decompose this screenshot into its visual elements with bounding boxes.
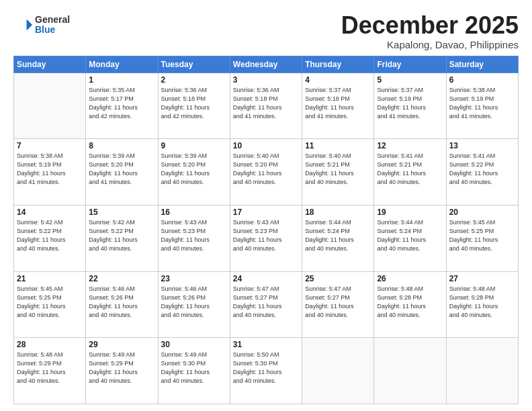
day-number: 14 xyxy=(17,208,83,217)
day-info: Sunrise: 5:37 AMSunset: 5:19 PMDaylight:… xyxy=(377,86,443,121)
day-number: 3 xyxy=(233,75,299,85)
calendar-cell: 24Sunrise: 5:47 AMSunset: 5:27 PMDayligh… xyxy=(230,271,302,338)
day-info: Sunrise: 5:38 AMSunset: 5:19 PMDaylight:… xyxy=(449,86,515,121)
day-number: 22 xyxy=(89,274,154,283)
calendar-cell xyxy=(374,338,446,404)
day-number: 7 xyxy=(17,141,83,150)
weekday-header-wednesday: Wednesday xyxy=(230,56,302,73)
day-number: 10 xyxy=(233,141,299,150)
calendar-week-2: 14Sunrise: 5:42 AMSunset: 5:22 PMDayligh… xyxy=(14,205,519,271)
day-info: Sunrise: 5:38 AMSunset: 5:19 PMDaylight:… xyxy=(17,152,83,187)
day-info: Sunrise: 5:49 AMSunset: 5:29 PMDaylight:… xyxy=(89,351,154,385)
location-subtitle: Kapalong, Davao, Philippines xyxy=(341,39,519,50)
calendar-week-0: 1Sunrise: 5:35 AMSunset: 5:17 PMDaylight… xyxy=(14,73,519,139)
day-info: Sunrise: 5:50 AMSunset: 5:30 PMDaylight:… xyxy=(233,351,299,385)
day-number: 1 xyxy=(89,75,154,85)
calendar-cell: 5Sunrise: 5:37 AMSunset: 5:19 PMDaylight… xyxy=(374,73,446,139)
calendar-week-4: 28Sunrise: 5:48 AMSunset: 5:29 PMDayligh… xyxy=(14,338,519,404)
calendar-cell: 28Sunrise: 5:48 AMSunset: 5:29 PMDayligh… xyxy=(14,338,86,404)
day-info: Sunrise: 5:44 AMSunset: 5:24 PMDaylight:… xyxy=(305,218,371,253)
day-number: 17 xyxy=(233,208,299,217)
calendar-cell: 21Sunrise: 5:45 AMSunset: 5:25 PMDayligh… xyxy=(14,271,86,338)
calendar-cell: 3Sunrise: 5:36 AMSunset: 5:18 PMDaylight… xyxy=(230,73,302,139)
day-info: Sunrise: 5:45 AMSunset: 5:25 PMDaylight:… xyxy=(449,218,515,253)
calendar-cell: 2Sunrise: 5:36 AMSunset: 5:18 PMDaylight… xyxy=(158,73,230,139)
day-info: Sunrise: 5:39 AMSunset: 5:20 PMDaylight:… xyxy=(89,152,154,187)
day-info: Sunrise: 5:47 AMSunset: 5:27 PMDaylight:… xyxy=(305,285,371,320)
day-number: 6 xyxy=(449,75,515,85)
calendar-cell: 11Sunrise: 5:40 AMSunset: 5:21 PMDayligh… xyxy=(302,139,374,205)
day-number: 20 xyxy=(449,208,515,217)
day-info: Sunrise: 5:45 AMSunset: 5:25 PMDaylight:… xyxy=(17,285,83,320)
calendar-cell: 31Sunrise: 5:50 AMSunset: 5:30 PMDayligh… xyxy=(230,338,302,404)
day-number: 30 xyxy=(161,340,227,349)
calendar-cell: 22Sunrise: 5:46 AMSunset: 5:26 PMDayligh… xyxy=(86,271,158,338)
calendar-cell xyxy=(446,338,518,404)
day-number: 28 xyxy=(17,340,83,349)
weekday-header-monday: Monday xyxy=(86,56,158,73)
title-block: December 2025 Kapalong, Davao, Philippin… xyxy=(341,12,519,50)
calendar-cell: 16Sunrise: 5:43 AMSunset: 5:23 PMDayligh… xyxy=(158,205,230,271)
calendar-header: SundayMondayTuesdayWednesdayThursdayFrid… xyxy=(14,56,519,73)
day-info: Sunrise: 5:41 AMSunset: 5:22 PMDaylight:… xyxy=(449,152,515,187)
calendar-cell: 19Sunrise: 5:44 AMSunset: 5:24 PMDayligh… xyxy=(374,205,446,271)
day-number: 16 xyxy=(161,208,227,217)
calendar-cell: 30Sunrise: 5:49 AMSunset: 5:30 PMDayligh… xyxy=(158,338,230,404)
day-info: Sunrise: 5:43 AMSunset: 5:23 PMDaylight:… xyxy=(161,218,227,253)
day-info: Sunrise: 5:43 AMSunset: 5:23 PMDaylight:… xyxy=(233,218,299,253)
day-info: Sunrise: 5:41 AMSunset: 5:21 PMDaylight:… xyxy=(377,152,443,187)
calendar-cell: 10Sunrise: 5:40 AMSunset: 5:20 PMDayligh… xyxy=(230,139,302,205)
calendar-cell: 27Sunrise: 5:48 AMSunset: 5:28 PMDayligh… xyxy=(446,271,518,338)
day-number: 15 xyxy=(89,208,154,217)
day-info: Sunrise: 5:48 AMSunset: 5:28 PMDaylight:… xyxy=(377,285,443,320)
day-info: Sunrise: 5:46 AMSunset: 5:26 PMDaylight:… xyxy=(89,285,154,320)
calendar-cell: 9Sunrise: 5:39 AMSunset: 5:20 PMDaylight… xyxy=(158,139,230,205)
day-number: 12 xyxy=(377,141,443,150)
day-number: 18 xyxy=(305,208,371,217)
day-number: 13 xyxy=(449,141,515,150)
calendar-cell xyxy=(14,73,86,139)
logo-text: General Blue xyxy=(35,15,70,36)
page: General Blue December 2025 Kapalong, Dav… xyxy=(0,0,532,411)
calendar-week-3: 21Sunrise: 5:45 AMSunset: 5:25 PMDayligh… xyxy=(14,271,519,338)
day-number: 11 xyxy=(305,141,371,150)
day-info: Sunrise: 5:48 AMSunset: 5:29 PMDaylight:… xyxy=(17,351,83,385)
day-info: Sunrise: 5:36 AMSunset: 5:18 PMDaylight:… xyxy=(233,86,299,121)
day-number: 2 xyxy=(161,75,227,85)
calendar-table: SundayMondayTuesdayWednesdayThursdayFrid… xyxy=(13,56,519,404)
calendar-cell: 18Sunrise: 5:44 AMSunset: 5:24 PMDayligh… xyxy=(302,205,374,271)
header: General Blue December 2025 Kapalong, Dav… xyxy=(13,12,519,50)
weekday-header-friday: Friday xyxy=(374,56,446,73)
day-number: 4 xyxy=(305,75,371,85)
logo-icon xyxy=(13,15,32,34)
calendar-cell: 8Sunrise: 5:39 AMSunset: 5:20 PMDaylight… xyxy=(86,139,158,205)
day-info: Sunrise: 5:40 AMSunset: 5:20 PMDaylight:… xyxy=(233,152,299,187)
weekday-header-tuesday: Tuesday xyxy=(158,56,230,73)
day-number: 8 xyxy=(89,141,154,150)
day-info: Sunrise: 5:46 AMSunset: 5:26 PMDaylight:… xyxy=(161,285,227,320)
calendar-cell: 23Sunrise: 5:46 AMSunset: 5:26 PMDayligh… xyxy=(158,271,230,338)
calendar-cell: 25Sunrise: 5:47 AMSunset: 5:27 PMDayligh… xyxy=(302,271,374,338)
day-info: Sunrise: 5:40 AMSunset: 5:21 PMDaylight:… xyxy=(305,152,371,187)
weekday-header-saturday: Saturday xyxy=(446,56,518,73)
day-number: 29 xyxy=(89,340,154,349)
logo-blue: Blue xyxy=(35,25,70,35)
day-number: 23 xyxy=(161,274,227,283)
day-number: 31 xyxy=(233,340,299,349)
calendar-cell: 13Sunrise: 5:41 AMSunset: 5:22 PMDayligh… xyxy=(446,139,518,205)
day-info: Sunrise: 5:42 AMSunset: 5:22 PMDaylight:… xyxy=(89,218,154,253)
logo: General Blue xyxy=(13,15,70,36)
calendar-week-1: 7Sunrise: 5:38 AMSunset: 5:19 PMDaylight… xyxy=(14,139,519,205)
day-number: 5 xyxy=(377,75,443,85)
calendar-cell: 4Sunrise: 5:37 AMSunset: 5:18 PMDaylight… xyxy=(302,73,374,139)
day-info: Sunrise: 5:48 AMSunset: 5:28 PMDaylight:… xyxy=(449,285,515,320)
day-number: 27 xyxy=(449,274,515,283)
calendar-cell: 1Sunrise: 5:35 AMSunset: 5:17 PMDaylight… xyxy=(86,73,158,139)
svg-marker-1 xyxy=(28,19,32,23)
day-number: 19 xyxy=(377,208,443,217)
weekday-header-sunday: Sunday xyxy=(14,56,86,73)
calendar-cell xyxy=(302,338,374,404)
day-info: Sunrise: 5:39 AMSunset: 5:20 PMDaylight:… xyxy=(161,152,227,187)
day-number: 26 xyxy=(377,274,443,283)
calendar-cell: 29Sunrise: 5:49 AMSunset: 5:29 PMDayligh… xyxy=(86,338,158,404)
